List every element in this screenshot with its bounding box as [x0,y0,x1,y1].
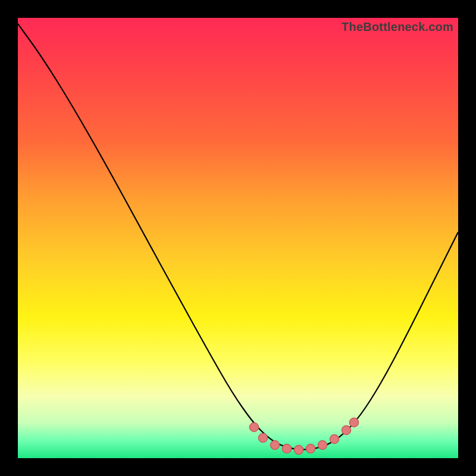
highlight-dot [330,435,339,444]
chart-overlay [18,18,458,458]
bottleneck-curve [18,24,458,450]
highlight-dot [306,444,315,453]
highlight-dot [350,418,359,427]
chart-frame: TheBottleneck.com [18,18,458,458]
highlight-dot [342,426,351,435]
highlight-dot [250,423,259,432]
highlight-dot [271,441,280,450]
highlight-dot [318,441,327,450]
highlight-dot [259,434,268,443]
highlight-dot [283,444,292,453]
highlighted-dots-group [250,418,359,455]
highlight-dot [295,446,303,455]
